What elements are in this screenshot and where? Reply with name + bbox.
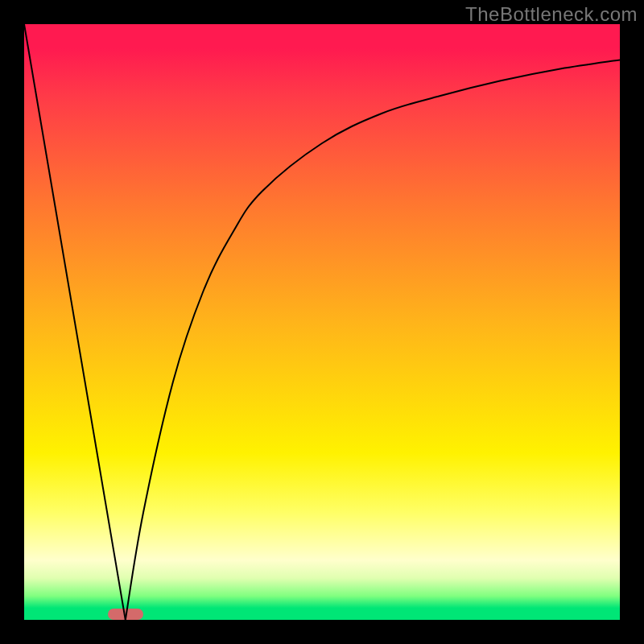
curve-left-segment (24, 24, 126, 620)
chart-frame: TheBottleneck.com (0, 0, 644, 644)
watermark-text: TheBottleneck.com (465, 3, 638, 26)
curve-right-segment (126, 60, 620, 620)
bottleneck-curve (24, 24, 620, 620)
plot-area (24, 24, 620, 620)
